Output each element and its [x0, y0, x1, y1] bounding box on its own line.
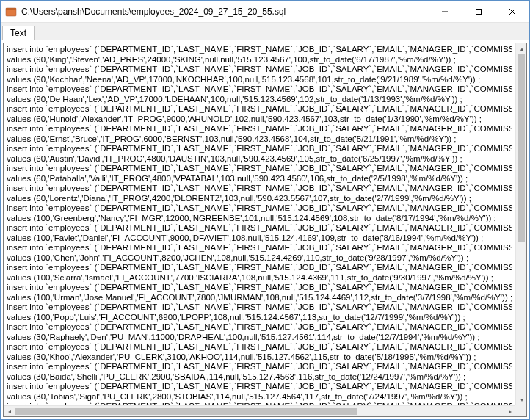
text-line: values (30,'Baida','Shelli','PU_CLERK',2…	[7, 372, 512, 383]
scroll-left-arrow-icon[interactable]: ◂	[4, 406, 15, 416]
text-line: values (60,'Austin','David','IT_PROG',48…	[7, 154, 512, 164]
text-line: values (90,'King','Steven','AD_PRES',240…	[7, 55, 512, 65]
text-line: insert into `employees` (`DEPARTMENT_ID`…	[7, 124, 512, 134]
svg-rect-1	[6, 8, 16, 10]
text-line: insert into `employees` (`DEPARTMENT_ID`…	[7, 322, 512, 333]
text-line: insert into `employees` (`DEPARTMENT_ID`…	[7, 164, 512, 174]
tab-text[interactable]: Text	[2, 26, 35, 40]
text-line: values (90,'Kochhar','Neena','AD_VP',170…	[7, 75, 512, 85]
text-line: insert into `employees` (`DEPARTMENT_ID`…	[7, 303, 512, 313]
text-line: values (60,'Lorentz','Diana','IT_PROG',4…	[7, 194, 512, 204]
scroll-corner	[515, 405, 526, 416]
text-line: values (60,'Hunold','Alexander','IT_PROG…	[7, 115, 512, 125]
text-line: values (100,'Sciarra','Ismael','FI_ACCOU…	[7, 273, 512, 283]
text-line: values (60,'Pataballa','Valli','IT_PROG'…	[7, 174, 512, 184]
text-editor[interactable]: insert into `employees` (`DEPARTMENT_ID`…	[3, 43, 527, 417]
app-window: C:\Users\pansh\Documents\employees_2024_…	[0, 0, 530, 420]
text-line: insert into `employees` (`DEPARTMENT_ID`…	[7, 243, 512, 253]
text-line: values (100,'Popp','Luis','FI_ACCOUNT',6…	[7, 313, 512, 323]
text-line: values (60,'Ernst','Bruce','IT_PROG',600…	[7, 134, 512, 145]
text-line: insert into `employees` (`DEPARTMENT_ID`…	[7, 223, 512, 233]
vscroll-thumb[interactable]	[518, 54, 525, 242]
scroll-down-arrow-icon[interactable]: ▾	[516, 394, 526, 405]
scroll-up-arrow-icon[interactable]: ▴	[516, 43, 526, 54]
content-area: insert into `employees` (`DEPARTMENT_ID`…	[1, 40, 529, 419]
text-line: insert into `employees` (`DEPARTMENT_ID`…	[7, 45, 512, 55]
horizontal-scrollbar[interactable]: ◂ ▸	[4, 405, 515, 416]
vscroll-track[interactable]	[516, 54, 526, 394]
text-line: values (100,'Urman','Jose Manuel','FI_AC…	[7, 293, 512, 303]
tabbar: Text	[1, 23, 529, 40]
text-line: insert into `employees` (`DEPARTMENT_ID`…	[7, 104, 512, 115]
text-content[interactable]: insert into `employees` (`DEPARTMENT_ID`…	[4, 43, 515, 416]
text-line: values (30,'Khoo','Alexander','PU_CLERK'…	[7, 352, 512, 363]
text-line: insert into `employees` (`DEPARTMENT_ID`…	[7, 342, 512, 352]
text-line: insert into `employees` (`DEPARTMENT_ID`…	[7, 65, 512, 75]
text-line: insert into `employees` (`DEPARTMENT_ID`…	[7, 184, 512, 194]
app-icon	[5, 6, 17, 18]
titlebar: C:\Users\pansh\Documents\employees_2024_…	[1, 1, 529, 23]
text-line: insert into `employees` (`DEPARTMENT_ID`…	[7, 263, 512, 273]
hscroll-thumb[interactable]	[15, 408, 357, 415]
text-line: insert into `employees` (`DEPARTMENT_ID`…	[7, 283, 512, 293]
text-line: values (30,'Raphaely','Den','PU_MAN',110…	[7, 333, 512, 343]
text-line: values (30,'Tobias','Sigal','PU_CLERK',2…	[7, 392, 512, 402]
text-line: values (100,'Chen','John','FI_ACCOUNT',8…	[7, 253, 512, 264]
hscroll-track[interactable]	[15, 406, 504, 416]
scroll-right-arrow-icon[interactable]: ▸	[504, 406, 515, 416]
text-line: values (100,'Faviet','Daniel','FI_ACCOUN…	[7, 233, 512, 244]
text-line: values (90,'De Haan','Lex','AD_VP',17000…	[7, 95, 512, 105]
maximize-button[interactable]	[462, 1, 495, 22]
text-line: insert into `employees` (`DEPARTMENT_ID`…	[7, 382, 512, 392]
window-title: C:\Users\pansh\Documents\employees_2024_…	[21, 7, 428, 17]
text-line: insert into `employees` (`DEPARTMENT_ID`…	[7, 203, 512, 214]
minimize-button[interactable]	[428, 1, 462, 22]
window-controls	[428, 1, 529, 22]
text-line: values (100,'Greenberg','Nancy','FI_MGR'…	[7, 214, 512, 224]
text-line: insert into `employees` (`DEPARTMENT_ID`…	[7, 362, 512, 372]
vertical-scrollbar[interactable]: ▴ ▾	[515, 43, 526, 405]
svg-rect-3	[476, 9, 482, 14]
text-line: insert into `employees` (`DEPARTMENT_ID`…	[7, 84, 512, 95]
close-button[interactable]	[495, 1, 529, 22]
text-line: insert into `employees` (`DEPARTMENT_ID`…	[7, 144, 512, 154]
